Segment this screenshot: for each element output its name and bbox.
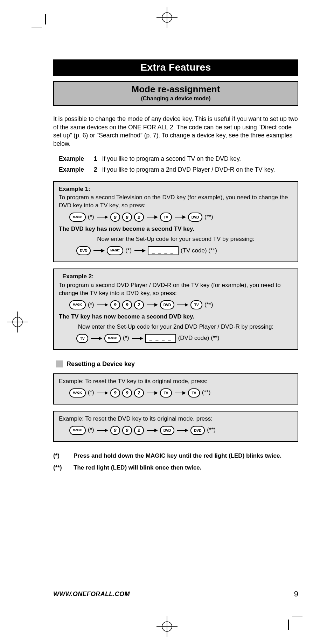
intro-paragraph: It is possible to change the mode of any… xyxy=(53,115,298,148)
svg-marker-38 xyxy=(182,391,186,395)
magic-key-icon: MAGIC xyxy=(69,213,86,222)
svg-marker-14 xyxy=(105,215,108,219)
code-entry-box: _ _ _ _ xyxy=(148,246,179,255)
instruction-text: Now enter the Set-Up code for your secon… xyxy=(59,235,293,243)
arrow-icon xyxy=(96,215,108,220)
arrow-icon xyxy=(146,428,158,433)
arrow-icon xyxy=(176,428,188,433)
tv-key-icon: TV xyxy=(160,213,172,222)
page-footer: WWW.ONEFORALL.COM 9 xyxy=(53,589,298,599)
crop-mark-top-left-icon xyxy=(32,14,49,31)
tail-note: (TV code) (**) xyxy=(181,247,217,255)
box-header: Example 1: xyxy=(59,185,293,193)
footnote-mark: (**) xyxy=(53,464,74,471)
box-header: Example 2: xyxy=(62,273,293,281)
double-star-note: (**) xyxy=(204,301,213,309)
reset-heading-text: Resetting a Device key xyxy=(67,360,135,368)
footnotes: (*) Press and hold down the MAGIC key un… xyxy=(53,452,298,471)
svg-marker-18 xyxy=(182,215,186,219)
svg-marker-44 xyxy=(185,429,188,432)
result-text: The TV key has now become a second DVD k… xyxy=(59,313,293,321)
arrow-icon xyxy=(96,302,108,307)
dvd-key-icon: DVD xyxy=(160,300,174,309)
instruction-text: Now enter the Set-Up code for your 2nd D… xyxy=(59,323,293,331)
arrow-icon xyxy=(174,215,186,220)
magic-key-icon: MAGIC xyxy=(69,426,86,435)
magic-key-icon: MAGIC xyxy=(69,300,86,309)
box-text: To program a second DVD Player / DVD-R o… xyxy=(59,281,293,298)
double-star-note: (**) xyxy=(207,426,216,434)
reset-tv-box: Example: To reset the TV key to its orig… xyxy=(53,373,298,405)
svg-marker-16 xyxy=(154,215,158,219)
example-1-box: Example 1: To program a second Televisio… xyxy=(53,181,298,263)
svg-marker-40 xyxy=(105,429,108,432)
digit-key-icon: 9 xyxy=(110,426,120,435)
star-note: (*) xyxy=(125,247,132,255)
svg-marker-42 xyxy=(154,429,158,432)
example-label: Example xyxy=(59,155,94,163)
key-sequence: MAGIC (*) 9 9 2 DVD TV (**) xyxy=(69,300,293,309)
digit-key-icon: 9 xyxy=(110,300,120,309)
tv-key-icon: TV xyxy=(188,388,200,398)
arrow-icon xyxy=(146,215,158,220)
registration-mark-left-icon xyxy=(7,312,28,332)
example-text: if you like to program a second TV on th… xyxy=(102,155,298,163)
footnote-row: (**) The red light (LED) will blink once… xyxy=(53,464,298,471)
digit-key-icon: 2 xyxy=(134,213,144,222)
square-bullet-icon xyxy=(56,360,63,367)
page: Extra Features Mode re-assignment (Chang… xyxy=(0,0,334,644)
digit-key-icon: 9 xyxy=(110,388,120,398)
tv-key-icon: TV xyxy=(76,334,88,343)
magic-key-icon: MAGIC xyxy=(69,388,86,398)
digit-key-icon: 2 xyxy=(134,300,144,309)
arrow-icon xyxy=(96,391,108,395)
svg-marker-24 xyxy=(105,303,108,307)
registration-mark-bottom-icon xyxy=(156,616,178,637)
svg-marker-28 xyxy=(185,303,188,307)
subsection-title: Mode re-assignment (Changing a device mo… xyxy=(53,81,298,106)
key-sequence: MAGIC (*) 9 9 2 DVD DVD (**) xyxy=(69,426,293,435)
box-text: To program a second Television on the DV… xyxy=(59,194,293,210)
svg-marker-36 xyxy=(154,391,158,395)
svg-marker-22 xyxy=(142,249,146,252)
arrow-icon xyxy=(174,391,186,395)
tail-note: (DVD code) (**) xyxy=(178,334,220,342)
page-number: 9 xyxy=(294,589,298,599)
double-star-note: (**) xyxy=(202,389,211,397)
magic-key-icon: MAGIC xyxy=(104,334,121,343)
digit-key-icon: 2 xyxy=(134,388,144,398)
subsection-caption: (Changing a device mode) xyxy=(54,95,298,102)
footnote-row: (*) Press and hold down the MAGIC key un… xyxy=(53,452,298,459)
arrow-icon xyxy=(146,391,158,395)
example-summary-row: Example 2 if you like to program a 2nd D… xyxy=(59,166,298,173)
example-label: Example xyxy=(59,166,94,173)
arrow-icon xyxy=(134,248,146,253)
content-area: Extra Features Mode re-assignment (Chang… xyxy=(53,59,298,476)
section-title: Extra Features xyxy=(53,59,298,76)
subsection-heading: Mode re-assignment xyxy=(54,84,298,95)
svg-marker-30 xyxy=(99,337,102,340)
star-note: (*) xyxy=(88,213,94,221)
footnote-text: The red light (LED) will blink once then… xyxy=(74,464,298,471)
arrow-icon xyxy=(96,428,108,433)
result-text: The DVD key has now become a second TV k… xyxy=(59,225,293,233)
star-note: (*) xyxy=(88,389,94,397)
arrow-icon xyxy=(93,248,105,253)
footnote-text: Press and hold down the MAGIC key until … xyxy=(74,452,298,459)
arrow-icon xyxy=(176,302,188,307)
svg-marker-26 xyxy=(154,303,158,307)
example-2-box: Example 2: To program a second DVD Playe… xyxy=(53,269,298,350)
arrow-icon xyxy=(146,302,158,307)
digit-key-icon: 9 xyxy=(122,426,132,435)
registration-mark-top-icon xyxy=(156,7,178,28)
svg-marker-34 xyxy=(105,391,108,395)
key-sequence: MAGIC (*) 9 9 2 TV TV (**) xyxy=(69,388,293,398)
example-summary-row: Example 1 if you like to program a secon… xyxy=(59,155,298,163)
code-entry-box: _ _ _ _ xyxy=(145,334,176,343)
key-sequence-2: TV MAGIC (*) _ _ _ _ (DVD code) (**) xyxy=(76,334,293,343)
svg-marker-20 xyxy=(101,249,105,252)
key-sequence: MAGIC (*) 9 9 2 TV DVD (**) xyxy=(69,213,293,222)
magic-key-icon: MAGIC xyxy=(107,246,123,255)
footnote-mark: (*) xyxy=(53,452,74,459)
dvd-key-icon: DVD xyxy=(76,246,91,255)
